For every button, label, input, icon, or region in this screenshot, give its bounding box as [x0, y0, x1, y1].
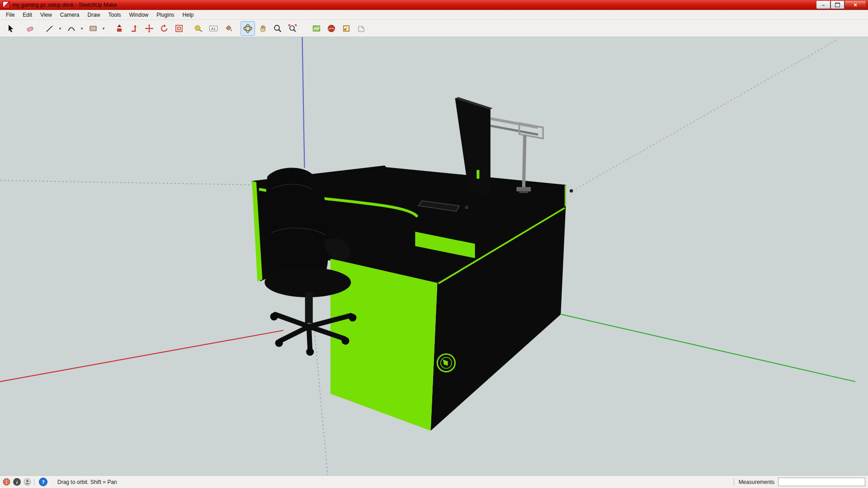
- zoom-tool-button[interactable]: [270, 21, 285, 36]
- model-canvas: [0, 37, 868, 475]
- geolocation-icon[interactable]: [3, 478, 10, 486]
- arm-pole: [524, 135, 524, 188]
- add-location-icon: [312, 24, 321, 33]
- window-controls: – ×: [816, 1, 866, 9]
- orbit-icon: [243, 23, 253, 33]
- get-models-icon: [357, 24, 366, 33]
- help-icon[interactable]: ?: [39, 478, 47, 486]
- zoom-icon: [273, 24, 282, 33]
- title-bar: my gaming pc setup desk - SketchUp Make …: [0, 0, 868, 10]
- measurements-label: Measurements: [739, 479, 774, 485]
- chair-wheel: [342, 337, 349, 345]
- sketchup-window: my gaming pc setup desk - SketchUp Make …: [0, 0, 868, 488]
- eraser-icon: [26, 24, 35, 33]
- pan-hand-icon: [258, 24, 267, 33]
- pushpull-tool-button[interactable]: [112, 21, 127, 36]
- monitor-green-accent: [476, 170, 479, 179]
- tape-measure-icon: [194, 24, 203, 33]
- chair-wheel: [349, 314, 356, 322]
- restore-icon: [835, 3, 840, 7]
- line-tool-button[interactable]: [42, 21, 57, 36]
- rotate-icon: [160, 24, 169, 33]
- desk-logo-badge: [437, 354, 455, 372]
- info-icon[interactable]: i: [13, 478, 21, 486]
- minimize-button[interactable]: –: [816, 1, 830, 9]
- offset-icon: [175, 24, 184, 33]
- shape-tool-button[interactable]: [86, 21, 100, 36]
- add-location-button[interactable]: [309, 21, 324, 36]
- paint-bucket-icon: [224, 24, 233, 33]
- line-dropdown-arrow[interactable]: ▾: [57, 22, 63, 35]
- get-models-button[interactable]: [354, 21, 368, 36]
- chair-wheel: [306, 348, 314, 356]
- menu-draw[interactable]: Draw: [84, 11, 104, 19]
- menu-help[interactable]: Help: [179, 11, 198, 19]
- arm-clamp: [516, 187, 531, 192]
- dimension-icon: A1: [209, 24, 218, 33]
- chair-cylinder: [305, 292, 313, 323]
- orbit-tool-button[interactable]: [241, 21, 255, 36]
- arc-icon: [67, 24, 76, 33]
- select-icon: [6, 24, 15, 33]
- status-hint: Drag to orbit. Shift = Pan: [57, 479, 117, 485]
- move-icon: [145, 24, 154, 33]
- arm-foot: [519, 191, 528, 193]
- zoom-extents-icon: [288, 24, 297, 33]
- followme-tool-button[interactable]: [127, 21, 142, 36]
- photo-textures-button[interactable]: [339, 21, 354, 36]
- toggle-terrain-button[interactable]: [324, 21, 339, 36]
- viewport[interactable]: [0, 37, 868, 475]
- arc-dropdown-arrow[interactable]: ▾: [79, 22, 85, 35]
- move-tool-button[interactable]: [142, 21, 156, 36]
- rotate-tool-button[interactable]: [157, 21, 171, 36]
- dimension-tool-button[interactable]: A1: [206, 21, 221, 36]
- menu-bar: File Edit View Camera Draw Tools Window …: [0, 10, 868, 20]
- app-icon: [3, 1, 10, 9]
- close-button[interactable]: ×: [844, 1, 866, 9]
- pan-tool-button[interactable]: [255, 21, 270, 36]
- chair-wheel: [270, 313, 278, 320]
- pushpull-icon: [115, 24, 124, 33]
- menu-tools[interactable]: Tools: [104, 11, 125, 19]
- menu-camera[interactable]: Camera: [56, 11, 84, 19]
- window-title: my gaming pc setup desk - SketchUp Make: [12, 2, 117, 8]
- menu-edit[interactable]: Edit: [19, 11, 36, 19]
- toggle-terrain-icon: [327, 24, 336, 33]
- main-toolbar: ▾ ▾ ▾ A1: [0, 20, 868, 37]
- rectangle-icon: [89, 24, 98, 33]
- shape-dropdown-arrow[interactable]: ▾: [101, 22, 106, 35]
- mouse: [465, 206, 468, 209]
- select-tool-button[interactable]: [4, 21, 18, 36]
- measurements-area: Measurements: [734, 478, 865, 486]
- cursor-dot: [570, 189, 573, 192]
- menu-plugins[interactable]: Plugins: [152, 11, 178, 19]
- menu-window[interactable]: Window: [125, 11, 153, 19]
- zoom-extents-tool-button[interactable]: [285, 21, 300, 36]
- measurements-input[interactable]: [778, 478, 865, 486]
- svg-text:A1: A1: [211, 27, 216, 31]
- eraser-tool-button[interactable]: [23, 21, 38, 36]
- menu-view[interactable]: View: [36, 11, 56, 19]
- maximize-button[interactable]: [830, 1, 844, 9]
- followme-icon: [130, 24, 139, 33]
- tape-measure-tool-button[interactable]: [191, 21, 206, 36]
- photo-textures-icon: [342, 24, 351, 33]
- status-bar: i ? Drag to orbit. Shift = Pan Measureme…: [0, 475, 868, 488]
- user-icon[interactable]: [24, 478, 31, 486]
- paint-bucket-tool-button[interactable]: [221, 21, 236, 36]
- chair-wheel: [275, 339, 283, 347]
- offset-tool-button[interactable]: [172, 21, 186, 36]
- menu-file[interactable]: File: [2, 11, 19, 19]
- pencil-icon: [45, 24, 54, 33]
- arc-tool-button[interactable]: [64, 21, 79, 36]
